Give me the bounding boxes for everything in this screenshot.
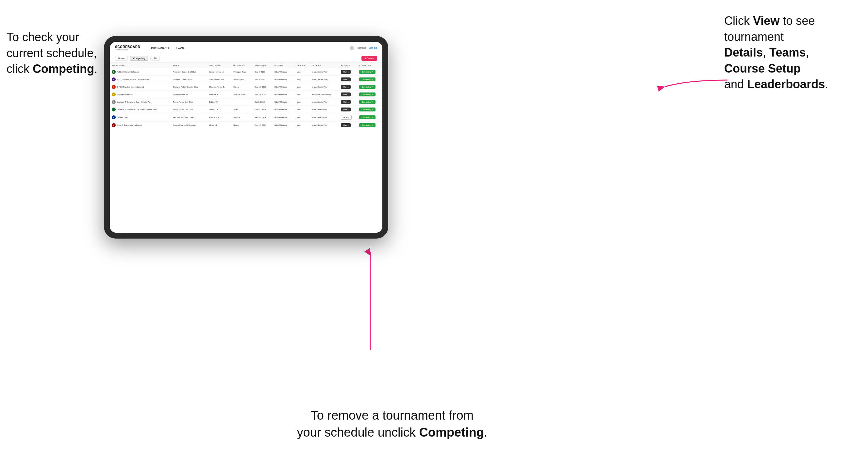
nav-teams[interactable]: TEAMS — [176, 47, 185, 49]
cell-hosted: Illinois — [231, 83, 253, 91]
event-name: Jackson T. Stephens Cup – Men's Match Pl… — [117, 108, 157, 111]
cell-venue: Trinity Forest Golf Club — [171, 106, 207, 114]
cell-division: NCAA Division I — [273, 68, 295, 76]
filter-all-button[interactable]: All — [150, 56, 160, 61]
cell-division: NCAA Division I — [273, 91, 295, 98]
col-competing: COMPETING — [357, 63, 382, 68]
competing-badge-button[interactable]: Competing ✓ — [359, 115, 375, 119]
app-header: SCOREBOARD Powered by clippi TOURNAMENTS… — [110, 42, 382, 54]
view-button[interactable]: View ℹ — [341, 70, 351, 74]
competing-cell: Competing ✓ — [357, 76, 382, 83]
cell-division: NCAA Division I — [273, 122, 295, 129]
col-division: DIVISION — [273, 63, 295, 68]
tournaments-table: EVENT NAME VENUE CITY, STATE HOSTED BY S… — [110, 63, 382, 129]
event-name-cell: A Copper Cup — [110, 114, 171, 122]
event-name: OFCC Fighting Illini Invitational — [117, 86, 144, 88]
tablet-device: SCOREBOARD Powered by clippi TOURNAMENTS… — [104, 36, 388, 239]
actions-cell: View ℹ — [339, 76, 357, 83]
cell-city: Sammamish, WA — [207, 76, 231, 83]
competing-badge-button[interactable]: Competing ✓ — [359, 85, 375, 89]
team-logo: H — [112, 123, 116, 127]
cell-scoring: team, Stroke Play — [310, 76, 339, 83]
event-name: Folds of Honor Collegiate — [117, 71, 139, 73]
cell-start: Sep 4, 2023 — [253, 68, 273, 76]
team-logo: J — [112, 107, 116, 112]
annotation-bottom-center: To remove a tournament from your schedul… — [278, 407, 506, 441]
cell-venue: Ak-Chin Southern Dunes — [171, 114, 207, 122]
cell-scoring: team, Match Play — [310, 114, 339, 122]
view-button[interactable]: View ℹ — [341, 85, 351, 89]
cell-gender: Men — [295, 98, 310, 106]
edit-button[interactable]: ✏ Edit — [341, 115, 352, 120]
col-city-state: CITY, STATE — [207, 63, 231, 68]
competing-badge-button[interactable]: Competing ✓ — [359, 107, 375, 112]
cell-venue: Ocean Course At Hokuala — [171, 122, 207, 129]
table-row: I OFCC Fighting Illini Invitational Olym… — [110, 83, 382, 91]
event-name-cell: W 2023 Sahalee Players Championship — [110, 76, 171, 83]
cell-city: Dallas, TX — [207, 106, 231, 114]
annotation-top-right: Click View to see tournament Details, Te… — [724, 13, 862, 92]
event-name-cell: P Papago Individual — [110, 91, 171, 98]
view-button[interactable]: View ℹ — [341, 100, 351, 104]
user-name: Test User — [356, 47, 366, 49]
filter-home-button[interactable]: Home — [115, 56, 128, 61]
view-button[interactable]: View ℹ — [341, 92, 351, 96]
tournaments-table-container: EVENT NAME VENUE CITY, STATE HOSTED BY S… — [110, 63, 382, 233]
cell-scoring: team, Stroke Play — [310, 98, 339, 106]
cell-hosted: Hawaii — [231, 122, 253, 129]
cell-division: NCAA Division I — [273, 114, 295, 122]
table-row: J Jackson T. Stephens Cup – Stroke Play … — [110, 98, 382, 106]
actions-cell: View ℹ — [339, 68, 357, 76]
competing-badge-button[interactable]: Competing ✓ — [359, 70, 375, 74]
cell-hosted: Washington — [231, 76, 253, 83]
view-button[interactable]: View ℹ — [341, 77, 351, 82]
competing-cell: Competing ✓ — [357, 114, 382, 122]
cell-venue: Papago Golf Club — [171, 91, 207, 98]
scoreboard-powered: Powered by clippi — [115, 49, 140, 51]
user-icon — [350, 46, 354, 50]
cell-start: Feb 15, 2024 — [253, 122, 273, 129]
col-scoring: SCORING — [310, 63, 339, 68]
event-name-cell: J Jackson T. Stephens Cup – Stroke Play — [110, 98, 171, 106]
cell-hosted: Arizona State — [231, 91, 253, 98]
cell-gender: Men — [295, 76, 310, 83]
cell-gender: Men — [295, 91, 310, 98]
event-name: Copper Cup — [117, 116, 127, 118]
view-button[interactable]: View ℹ — [341, 123, 351, 127]
event-name: John A. Burns Intercollegiate — [117, 124, 142, 126]
view-button[interactable]: View ℹ — [341, 107, 351, 112]
create-button[interactable]: + Create — [362, 56, 377, 61]
competing-badge-button[interactable]: Competing ✓ — [359, 77, 375, 82]
cell-city: Lihue, HI — [207, 122, 231, 129]
competing-badge-button[interactable]: Competing ✓ — [359, 92, 375, 96]
cell-city: Dallas, TX — [207, 98, 231, 106]
sign-out-link[interactable]: Sign out — [369, 47, 377, 49]
competing-cell: Competing ✓ — [357, 83, 382, 91]
cell-start: Oct 11, 2023 — [253, 106, 273, 114]
table-row: W 2023 Sahalee Players Championship Saha… — [110, 76, 382, 83]
cell-start: Jan 14, 2024 — [253, 114, 273, 122]
cell-division: NCAA Division I — [273, 106, 295, 114]
table-row: H John A. Burns Intercollegiate Ocean Co… — [110, 122, 382, 129]
competing-badge-button[interactable]: Competing ✓ — [359, 123, 375, 127]
nav-tournaments[interactable]: TOURNAMENTS — [151, 47, 169, 49]
competing-badge-button[interactable]: Competing ✓ — [359, 100, 375, 104]
team-logo: A — [112, 115, 116, 119]
competing-cell: Competing ✓ — [357, 68, 382, 76]
cell-division: NCAA Division I — [273, 76, 295, 83]
table-row: P Papago Individual Papago Golf ClubPhoe… — [110, 91, 382, 98]
filter-competing-button[interactable]: Competing — [130, 56, 148, 61]
cell-division: NCAA Division I — [273, 98, 295, 106]
col-gender: GENDER — [295, 63, 310, 68]
scoreboard-title: SCOREBOARD — [115, 45, 140, 49]
cell-gender: Men — [295, 114, 310, 122]
cell-venue: Olympia Fields Country Club — [171, 83, 207, 91]
event-name: 2023 Sahalee Players Championship — [117, 79, 149, 81]
cell-city: Olympia Fields, IL — [207, 83, 231, 91]
col-venue: VENUE — [171, 63, 207, 68]
cell-hosted: Michigan State — [231, 68, 253, 76]
cell-venue: Sahalee Country Club — [171, 76, 207, 83]
cell-start: Sep 18, 2023 — [253, 91, 273, 98]
event-name: Papago Individual — [117, 93, 133, 95]
cell-hosted: Arizona — [231, 114, 253, 122]
